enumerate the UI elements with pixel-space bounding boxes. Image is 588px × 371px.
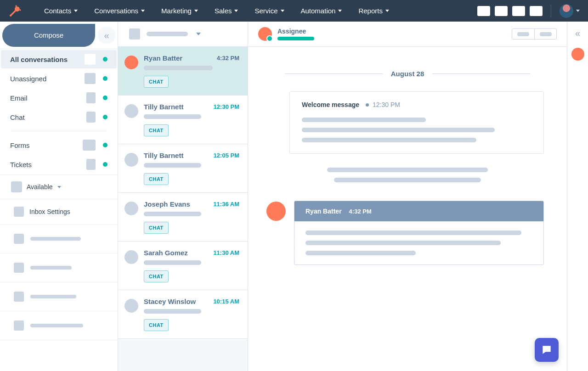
nav-automation[interactable]: Automation — [293, 0, 351, 22]
channel-badge: CHAT — [144, 76, 169, 88]
availability-toggle[interactable]: Available — [0, 174, 118, 199]
channel-badge: CHAT — [144, 319, 169, 331]
conversation-name: Ryan Batter — [144, 54, 182, 62]
placeholder-icon — [517, 32, 529, 36]
inbox-settings-link[interactable]: Inbox Settings — [0, 199, 118, 225]
nav-conversations[interactable]: Conversations — [86, 0, 153, 22]
filter-count-placeholder — [83, 140, 96, 151]
nav-label: Contacts — [44, 7, 71, 15]
thread-action-button[interactable] — [534, 29, 556, 39]
status-dot-icon — [103, 57, 107, 62]
conversation-list-panel: Ryan Batter 4:32 PM CHAT Tilly Barnett 1… — [118, 22, 248, 371]
text-line-placeholder — [327, 168, 488, 172]
assignee-name-placeholder — [277, 37, 314, 40]
chat-widget-button[interactable] — [535, 338, 559, 362]
filter-count-placeholder — [86, 112, 96, 123]
user-avatar — [560, 4, 573, 18]
filter-tickets[interactable]: Tickets — [1, 155, 117, 174]
message-body-placeholder — [302, 118, 531, 142]
view-item[interactable] — [0, 225, 118, 253]
conversation-name: Sarah Gomez — [144, 249, 188, 257]
conversation-preview-placeholder — [144, 66, 213, 70]
chevron-down-icon — [74, 10, 78, 12]
filter-email[interactable]: Email — [1, 89, 117, 107]
conversation-item[interactable]: Joseph Evans 11:36 AM CHAT — [118, 193, 248, 242]
thread-panel: Assignee August 28 Welcome message 12:30… — [248, 22, 567, 371]
assignee-block[interactable]: Assignee — [277, 28, 314, 40]
expand-right-panel-button[interactable]: « — [575, 28, 580, 39]
conversation-time: 4:32 PM — [217, 55, 239, 62]
chevron-down-icon — [141, 10, 145, 12]
thread-body[interactable]: August 28 Welcome message 12:30 PM — [248, 47, 567, 371]
conversation-avatar — [124, 104, 138, 118]
conversation-item[interactable]: Stacey Winslow 10:15 AM CHAT — [118, 290, 248, 339]
chevron-down-icon — [196, 33, 201, 35]
inbox-sidebar: Compose All conversations Unassigned Ema… — [0, 22, 118, 371]
conversation-filter-dropdown[interactable] — [118, 22, 248, 47]
conversation-item[interactable]: Sarah Gomez 11:30 AM CHAT — [118, 242, 248, 290]
nav-service[interactable]: Service — [246, 0, 292, 22]
placeholder-icon — [540, 32, 552, 36]
view-label-placeholder — [30, 266, 72, 270]
view-item[interactable] — [0, 253, 118, 282]
contact-avatar[interactable] — [571, 48, 584, 61]
nav-label: Service — [254, 7, 277, 15]
text-line-placeholder — [305, 251, 416, 255]
view-item[interactable] — [0, 311, 118, 340]
nav-contacts[interactable]: Contacts — [36, 0, 86, 22]
conversation-time: 12:05 PM — [211, 152, 239, 159]
conversation-preview-placeholder — [144, 309, 201, 314]
top-nav: Contacts Conversations Marketing Sales S… — [0, 0, 588, 22]
conversation-item[interactable]: Tilly Barnett 12:30 PM CHAT — [118, 96, 248, 144]
filter-list: All conversations Unassigned Email Chat — [0, 49, 118, 174]
visitor-message: Ryan Batter 4:32 PM — [266, 201, 544, 265]
gear-icon — [14, 207, 24, 217]
conversation-avatar — [124, 202, 138, 215]
conversation-name: Stacey Winslow — [144, 298, 196, 305]
checkbox-icon — [129, 28, 140, 39]
text-line-placeholder — [302, 118, 426, 122]
nav-reports[interactable]: Reports — [350, 0, 397, 22]
thread-action-buttons — [512, 28, 557, 39]
svg-point-2 — [19, 9, 21, 11]
nav-label: Reports — [358, 7, 383, 15]
conversation-time: 11:36 AM — [210, 201, 239, 208]
view-label-placeholder — [30, 295, 76, 298]
conversation-preview-placeholder — [144, 114, 201, 119]
chevron-down-icon — [576, 10, 580, 12]
nav-action-button[interactable] — [477, 6, 490, 16]
filter-forms[interactable]: Forms — [1, 136, 117, 154]
conversation-time: 10:15 AM — [210, 298, 239, 305]
collapse-sidebar-button[interactable] — [98, 27, 115, 44]
hubspot-logo-icon[interactable] — [8, 4, 22, 18]
date-divider: August 28 — [285, 70, 530, 78]
nav-sales[interactable]: Sales — [206, 0, 247, 22]
text-line-placeholder — [302, 128, 495, 132]
conversation-name: Tilly Barnett — [144, 103, 183, 111]
conversation-item[interactable]: Tilly Barnett 12:05 PM CHAT — [118, 144, 248, 193]
divider — [551, 5, 551, 17]
nav-action-button[interactable] — [530, 6, 543, 16]
text-line-placeholder — [305, 241, 501, 245]
conversation-avatar — [124, 56, 138, 69]
nav-marketing[interactable]: Marketing — [153, 0, 206, 22]
channel-badge: CHAT — [144, 124, 169, 136]
view-item[interactable] — [0, 282, 118, 311]
filter-all-conversations[interactable]: All conversations — [1, 50, 117, 68]
filter-chat[interactable]: Chat — [1, 108, 117, 126]
status-dot-icon — [103, 162, 107, 167]
thread-header: Assignee — [248, 22, 567, 47]
dot-icon — [366, 103, 369, 107]
availability-icon — [11, 181, 22, 192]
conversation-item[interactable]: Ryan Batter 4:32 PM CHAT — [118, 47, 248, 96]
nav-action-button[interactable] — [512, 6, 525, 16]
thread-action-button[interactable] — [512, 29, 534, 39]
divider — [11, 131, 107, 131]
user-menu[interactable] — [560, 4, 580, 18]
assignee-avatar[interactable] — [258, 27, 272, 41]
compose-button[interactable]: Compose — [2, 24, 95, 47]
conversation-preview-placeholder — [144, 163, 201, 168]
nav-action-button[interactable] — [495, 6, 508, 16]
filter-unassigned[interactable]: Unassigned — [1, 69, 117, 88]
conversation-list[interactable]: Ryan Batter 4:32 PM CHAT Tilly Barnett 1… — [118, 47, 248, 371]
